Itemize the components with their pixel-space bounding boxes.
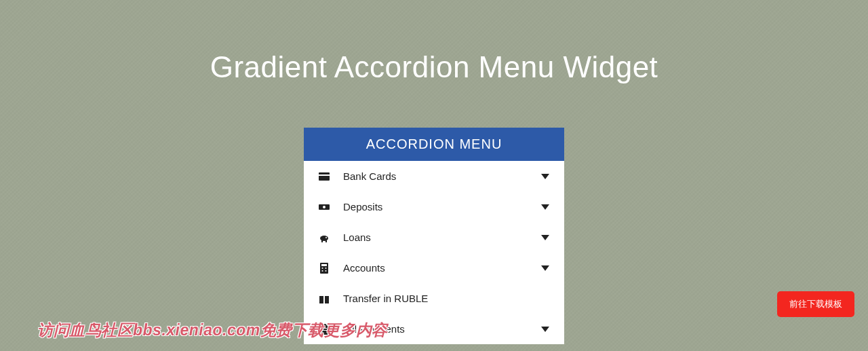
accordion-item-loans[interactable]: Loans xyxy=(304,222,564,253)
download-template-button[interactable]: 前往下载模板 xyxy=(777,291,854,317)
page-title: Gradient Accordion Menu Widget xyxy=(0,0,868,84)
chevron-down-icon xyxy=(541,174,549,179)
accordion-item-bank-cards[interactable]: Bank Cards xyxy=(304,161,564,191)
svg-rect-6 xyxy=(321,240,323,242)
accordion-item-label: Loans xyxy=(343,232,371,243)
svg-rect-9 xyxy=(321,264,327,266)
accordion-item-label: Bank Cards xyxy=(343,170,396,182)
piggy-icon xyxy=(319,232,330,243)
accordion-item-accounts[interactable]: Accounts xyxy=(304,253,564,283)
calculator-icon xyxy=(319,263,330,274)
svg-rect-16 xyxy=(323,296,325,303)
svg-rect-17 xyxy=(321,328,327,329)
money-icon xyxy=(319,202,330,213)
chevron-down-icon xyxy=(541,327,549,332)
chevron-down-icon xyxy=(541,204,549,210)
svg-rect-0 xyxy=(319,172,330,181)
accordion-item-deposits[interactable]: Deposits xyxy=(304,191,564,222)
accordion-item-label: Deposits xyxy=(343,201,382,213)
accordion-menu: ACCORDION MENU Bank Cards Deposits Loans xyxy=(304,128,564,344)
svg-rect-18 xyxy=(321,330,327,331)
svg-point-12 xyxy=(322,270,323,272)
accordion-header: ACCORDION MENU xyxy=(304,128,564,161)
svg-point-11 xyxy=(326,267,327,269)
svg-point-13 xyxy=(326,270,327,272)
svg-point-5 xyxy=(326,237,327,238)
accordion-item-bill-payments[interactable]: Bill Payments xyxy=(304,314,564,344)
svg-rect-7 xyxy=(326,240,327,242)
accordion-item-label: Accounts xyxy=(343,262,385,274)
svg-point-10 xyxy=(322,267,323,269)
accordion-item-label: Bill Payments xyxy=(343,323,405,335)
svg-point-3 xyxy=(323,206,326,208)
chevron-down-icon xyxy=(541,265,549,271)
card-icon xyxy=(319,171,330,182)
accordion-item-label: Transfer in RUBLE xyxy=(343,293,428,304)
accordion-item-transfer[interactable]: Transfer in RUBLE xyxy=(304,283,564,314)
svg-point-4 xyxy=(320,236,328,241)
file-icon xyxy=(319,324,330,335)
svg-rect-1 xyxy=(319,174,330,176)
gift-icon xyxy=(319,293,330,304)
chevron-down-icon xyxy=(541,235,549,240)
